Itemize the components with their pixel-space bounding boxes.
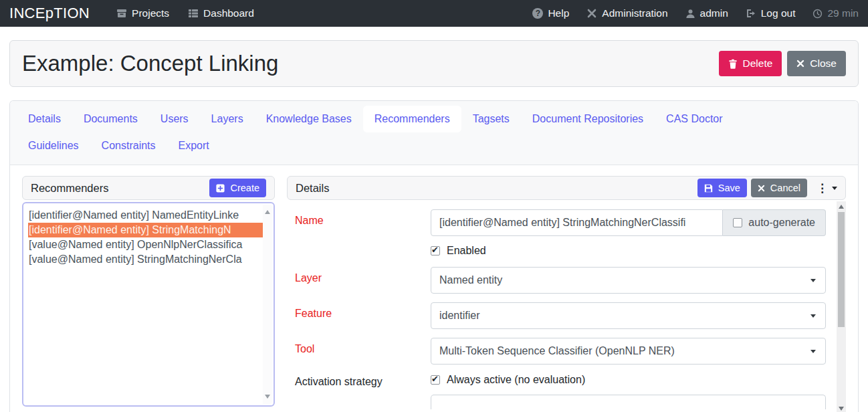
- user-icon: [685, 9, 695, 19]
- app-brand[interactable]: INCEpTION: [9, 5, 90, 22]
- details-panel-title: Details: [296, 182, 329, 195]
- settings-card: Details Documents Users Layers Knowledge…: [9, 100, 859, 412]
- delete-button[interactable]: Delete: [719, 51, 782, 76]
- save-button[interactable]: Save: [697, 179, 747, 197]
- nav-help-label: Help: [548, 7, 569, 19]
- nav-dashboard-label: Dashboard: [203, 7, 254, 19]
- top-navbar: INCEpTION Projects Dashboard ? Help Admi…: [0, 0, 868, 27]
- feature-select-value: identifier: [439, 310, 479, 322]
- tool-select-value: Multi-Token Sequence Classifier (OpenNLP…: [439, 345, 675, 357]
- name-label: Name: [295, 209, 431, 227]
- chevron-down-icon: [810, 279, 816, 282]
- create-button-label: Create: [230, 183, 259, 193]
- feature-select[interactable]: identifier: [431, 302, 826, 329]
- nav-projects[interactable]: Projects: [116, 7, 169, 19]
- create-button[interactable]: Create: [209, 179, 266, 197]
- name-input[interactable]: [431, 209, 723, 236]
- details-scrollbar[interactable]: [837, 201, 846, 412]
- projects-icon: [116, 8, 127, 19]
- details-panel-header: Details Save Cancel ⋮: [287, 176, 846, 200]
- enabled-label: Enabled: [447, 245, 486, 257]
- tab-cas-doctor[interactable]: CAS Doctor: [655, 106, 734, 132]
- tools-icon: [586, 8, 597, 19]
- cancel-button-label: Cancel: [770, 183, 800, 193]
- session-timer-value: 29 min: [827, 7, 859, 19]
- tab-constraints[interactable]: Constraints: [90, 132, 167, 159]
- nav-dashboard[interactable]: Dashboard: [188, 7, 254, 19]
- nav-logout-label: Log out: [761, 7, 796, 19]
- recommender-list-item-selected[interactable]: [identifier@Named entity] StringMatching…: [28, 223, 263, 237]
- layer-select[interactable]: Named entity: [431, 267, 826, 294]
- clock-icon: [812, 9, 823, 19]
- tab-layers[interactable]: Layers: [200, 106, 255, 132]
- nav-user-label: admin: [700, 7, 728, 19]
- layer-label: Layer: [295, 267, 431, 284]
- delete-button-label: Delete: [743, 58, 773, 70]
- tab-documents[interactable]: Documents: [72, 106, 149, 132]
- recommenders-panel-title: Recommenders: [31, 182, 108, 195]
- listbox-scrollbar[interactable]: [263, 205, 272, 404]
- auto-generate-addon: auto-generate: [723, 209, 826, 236]
- cancel-button[interactable]: Cancel: [751, 179, 807, 197]
- tab-tagsets[interactable]: Tagsets: [461, 106, 521, 132]
- tab-guidelines[interactable]: Guidelines: [17, 132, 90, 159]
- dashboard-icon: [188, 8, 199, 19]
- nav-help[interactable]: ? Help: [532, 7, 569, 19]
- auto-generate-checkbox[interactable]: [733, 218, 742, 227]
- enabled-checkbox[interactable]: [431, 246, 440, 255]
- tab-export[interactable]: Export: [167, 132, 221, 159]
- nav-logout[interactable]: Log out: [746, 7, 796, 19]
- recommender-list-item[interactable]: [value@Named entity] OpenNlpNerClassific…: [28, 237, 263, 252]
- chevron-down-icon: [810, 314, 816, 318]
- page-title: Example: Concept Linking: [22, 51, 278, 76]
- nav-projects-label: Projects: [132, 7, 169, 19]
- tool-label: Tool: [295, 338, 431, 355]
- always-active-label: Always active (no evaluation): [447, 374, 585, 386]
- scroll-down-icon[interactable]: [265, 395, 270, 399]
- recommender-list-item[interactable]: [value@Named entity] StringMatchingNerCl…: [28, 252, 263, 267]
- scroll-down-icon[interactable]: [839, 407, 844, 411]
- close-button[interactable]: Close: [787, 51, 846, 76]
- session-timer: 29 min: [812, 7, 859, 19]
- recommenders-panel-header: Recommenders Create: [22, 176, 275, 200]
- scrollbar-thumb[interactable]: [838, 212, 845, 327]
- tab-users[interactable]: Users: [149, 106, 200, 132]
- layer-select-value: Named entity: [439, 274, 502, 286]
- nav-administration[interactable]: Administration: [586, 7, 667, 19]
- trash-icon: [728, 59, 738, 69]
- nav-administration-label: Administration: [602, 7, 667, 19]
- save-icon: [704, 184, 713, 193]
- project-header: Example: Concept Linking Delete Close: [9, 40, 859, 87]
- tab-knowledge-bases[interactable]: Knowledge Bases: [255, 106, 363, 132]
- always-active-checkbox[interactable]: [431, 375, 440, 385]
- recommenders-listbox[interactable]: [identifier@Named entity] NamedEntityLin…: [22, 202, 275, 407]
- more-actions-menu[interactable]: ⋮: [817, 181, 837, 195]
- close-button-label: Close: [810, 58, 837, 70]
- details-form: Name auto-generate: [287, 201, 846, 412]
- tab-details[interactable]: Details: [17, 106, 72, 132]
- close-icon: [796, 60, 804, 68]
- chevron-down-icon: [810, 350, 816, 353]
- tab-recommenders[interactable]: Recommenders: [363, 106, 461, 132]
- chevron-down-icon: [832, 187, 837, 190]
- scroll-up-icon[interactable]: [839, 205, 844, 209]
- save-button-label: Save: [718, 183, 740, 193]
- auto-generate-label: auto-generate: [748, 217, 815, 229]
- activation-strategy-label: Activation strategy: [295, 373, 431, 388]
- recommender-list-item[interactable]: [identifier@Named entity] NamedEntityLin…: [28, 208, 263, 223]
- help-icon: ?: [532, 8, 543, 19]
- logout-icon: [746, 8, 756, 19]
- next-field-partial-control[interactable]: [431, 395, 826, 409]
- scroll-up-icon[interactable]: [265, 210, 270, 214]
- cancel-x-icon: [758, 185, 765, 192]
- nav-user[interactable]: admin: [685, 7, 728, 19]
- tab-document-repositories[interactable]: Document Repositories: [521, 106, 655, 132]
- tool-select[interactable]: Multi-Token Sequence Classifier (OpenNLP…: [431, 338, 826, 365]
- plus-square-icon: [216, 184, 225, 193]
- tab-bar: Details Documents Users Layers Knowledge…: [10, 101, 858, 165]
- feature-label: Feature: [295, 302, 431, 320]
- kebab-icon: ⋮: [817, 181, 828, 195]
